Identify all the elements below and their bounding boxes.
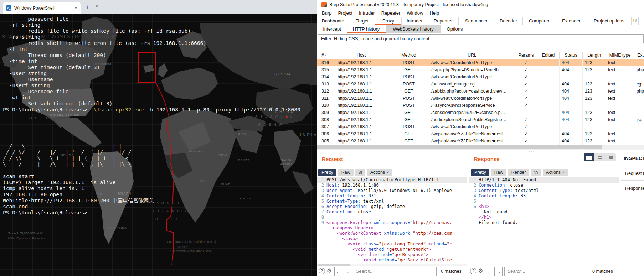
- tab-comparer[interactable]: Comparer: [523, 17, 556, 25]
- burp-menu-bar: BurpProjectIntruderRepeaterWindowHelp: [317, 9, 644, 17]
- menu-help[interactable]: Help: [426, 9, 442, 17]
- tab-intruder[interactable]: Intruder: [402, 17, 428, 25]
- table-row-305[interactable]: 305http://192.168.1.1GET/wxjsapi/saveYZJ…: [317, 137, 644, 145]
- table-horizontal-scrollbar[interactable]: [317, 145, 644, 150]
- editor-tab-Actions[interactable]: Actions∨: [543, 169, 568, 176]
- layout-single-button[interactable]: [605, 153, 616, 161]
- cell-method: GET: [388, 116, 429, 123]
- response-settings-icon[interactable]: ⚙: [478, 267, 483, 275]
- subtab-websockets-history[interactable]: WebSockets history: [386, 25, 441, 33]
- inspector-request-headers[interactable]: Request H: [625, 171, 644, 176]
- table-row-311[interactable]: 311http://192.168.1.1POST/wls-wsat/Coord…: [317, 95, 644, 102]
- editor-tab-n[interactable]: \n: [355, 169, 365, 176]
- column-header-mimetype[interactable]: MIME type: [606, 52, 634, 59]
- editor-tab-Raw[interactable]: Raw: [338, 169, 354, 176]
- editor-tab-Actions[interactable]: Actions∨: [367, 169, 392, 176]
- table-row-315[interactable]: 315http://192.168.1.1GET/jsrpc.php?type=…: [317, 66, 644, 73]
- request-search-input[interactable]: [353, 267, 437, 276]
- menu-intruder[interactable]: Intruder: [356, 9, 378, 17]
- column-header-status[interactable]: Status: [560, 52, 583, 59]
- powershell-icon: >_: [6, 5, 11, 11]
- tab-dropdown-icon[interactable]: ∨: [96, 4, 98, 8]
- new-tab-button[interactable]: +: [86, 4, 89, 11]
- cell-mime: text: [606, 116, 634, 123]
- tab-decoder[interactable]: Decoder: [494, 17, 523, 25]
- cell-url: /wxjsapi/saveYZJFile?fileName=test…: [429, 137, 515, 145]
- tab-target[interactable]: Target: [349, 17, 375, 25]
- cell-length: 123: [583, 80, 606, 88]
- layout-columns-button[interactable]: [584, 153, 594, 161]
- table-row-314[interactable]: 314http://192.168.1.1POST/wls-wsat/Coord…: [317, 73, 644, 80]
- cell-host: http://192.168.1.1: [334, 66, 388, 73]
- tab-extender[interactable]: Extender: [556, 17, 587, 25]
- tab-u[interactable]: U: [632, 17, 639, 25]
- tab-close-icon[interactable]: ×: [74, 6, 77, 11]
- cell-edited: [537, 66, 560, 73]
- cell-params: ✓: [515, 66, 537, 73]
- column-header-[interactable]: # ∨: [317, 52, 334, 59]
- editor-tab-Pretty[interactable]: Pretty: [318, 169, 336, 176]
- subtab-intercept[interactable]: Intercept: [317, 25, 347, 33]
- tab-sequencer[interactable]: Sequencer: [459, 17, 494, 25]
- cell-method: POST: [388, 102, 429, 109]
- editor-tab-n[interactable]: \n: [531, 169, 541, 176]
- response-tabs: PrettyRawRender\nActions∨: [471, 169, 570, 176]
- request-editor[interactable]: 1POST /wls-wsat/CoordinatorPortType HTTP…: [317, 177, 467, 263]
- cell-status: [560, 123, 583, 130]
- cell-edited: [537, 102, 560, 109]
- subtab-http-history[interactable]: HTTP history: [347, 25, 386, 33]
- column-header-method[interactable]: Method: [388, 52, 429, 59]
- menu-repeater[interactable]: Repeater: [378, 9, 403, 17]
- pane-splitter[interactable]: [317, 150, 644, 153]
- table-row-316[interactable]: 316http://192.168.1.1POST/wls-wsat/Coord…: [317, 59, 644, 66]
- request-next-button[interactable]: →: [343, 267, 351, 276]
- request-settings-icon[interactable]: ⚙: [326, 267, 332, 275]
- request-help-icon[interactable]: ?: [319, 268, 325, 274]
- editor-tab-Pretty[interactable]: Pretty: [471, 169, 489, 176]
- terminal-body[interactable]: STANDARD TIME ZONES OF THE WORLDGreenlan…: [0, 14, 317, 276]
- cell-status: 404: [560, 95, 583, 102]
- burp-window-title: Burp Suite Professional v2020.11.3 - Tem…: [329, 0, 488, 9]
- request-prev-button[interactable]: ←: [334, 267, 342, 276]
- column-header-params[interactable]: Params: [515, 52, 537, 59]
- menu-window[interactable]: Window: [403, 9, 426, 17]
- editor-tab-Render[interactable]: Render: [508, 169, 529, 176]
- layout-rows-button[interactable]: [594, 153, 605, 161]
- tab-project-options[interactable]: Project options: [587, 17, 632, 25]
- tab-proxy[interactable]: Proxy: [375, 17, 402, 25]
- response-editor[interactable]: 1HTTP/1.1 404 Not Found2Connection: clos…: [469, 177, 619, 225]
- column-header-url[interactable]: URL: [429, 52, 515, 59]
- request-horizontal-scrollbar[interactable]: [317, 264, 467, 266]
- cell-params: ✓: [515, 130, 537, 137]
- cell-method: POST: [388, 80, 429, 88]
- cell-mime: text: [606, 88, 634, 95]
- inspector-response-headers[interactable]: Response: [625, 186, 644, 191]
- filter-bar[interactable]: Filter: Hiding CSS, image and general bi…: [318, 34, 644, 43]
- response-prev-button[interactable]: ←: [486, 267, 494, 276]
- table-row-308[interactable]: 308http://192.168.1.1GET/uddiexplorer/Se…: [317, 116, 644, 123]
- subtab-options[interactable]: Options: [441, 25, 469, 33]
- menu-burp[interactable]: Burp: [319, 9, 335, 17]
- table-row-306[interactable]: 306http://192.168.1.1GET/wxjsapi/saveYZJ…: [317, 130, 644, 137]
- cell-host: http://192.168.1.1: [334, 80, 388, 88]
- response-help-icon[interactable]: ?: [470, 268, 476, 274]
- terminal-tab[interactable]: >_ Windows PowerShell ×: [3, 2, 81, 14]
- response-search-input[interactable]: [504, 267, 588, 276]
- table-row-310[interactable]: 310http://192.168.1.1POST/_async/AsyncRe…: [317, 102, 644, 109]
- table-row-313[interactable]: 313http://192.168.1.1POST/password_chang…: [317, 80, 644, 88]
- tab-dashboard[interactable]: Dashboard: [317, 17, 349, 25]
- editor-tab-Raw[interactable]: Raw: [491, 169, 506, 176]
- pane-drag-handle[interactable]: [467, 58, 469, 64]
- menu-project[interactable]: Project: [335, 9, 355, 17]
- cell-id: 315: [317, 66, 334, 73]
- tab-repeater[interactable]: Repeater: [428, 17, 459, 25]
- table-row-312[interactable]: 312http://192.168.1.1GET/zabbix.php?acti…: [317, 88, 644, 95]
- table-row-309[interactable]: 309http://192.168.1.1GET/console/images/…: [317, 109, 644, 116]
- column-header-host[interactable]: Host: [334, 52, 388, 59]
- response-next-button[interactable]: →: [494, 267, 503, 276]
- cell-ext: [634, 102, 644, 109]
- column-header-length[interactable]: Length: [583, 52, 606, 59]
- column-header-ext[interactable]: Ext: [634, 52, 644, 59]
- table-row-307[interactable]: 307http://192.168.1.1POST/wls-wsat/Coord…: [317, 123, 644, 130]
- column-header-edited[interactable]: Edited: [537, 52, 560, 59]
